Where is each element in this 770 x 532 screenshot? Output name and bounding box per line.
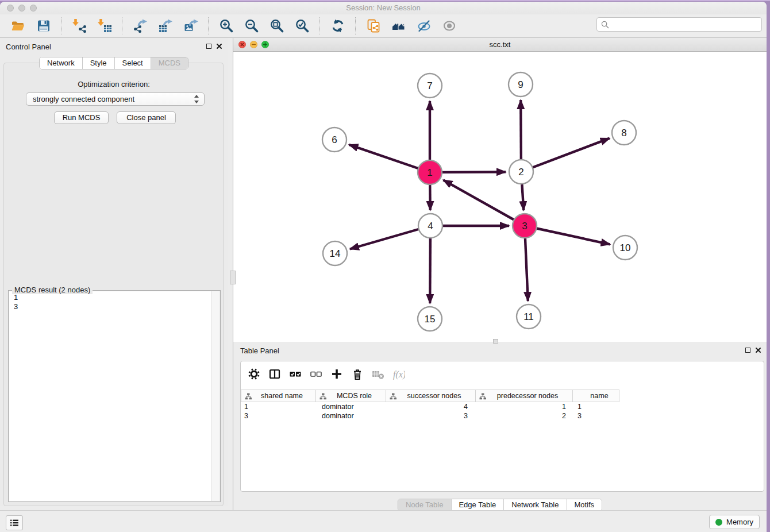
table-panel-float-icon[interactable]	[745, 348, 750, 353]
zoom-selected-icon[interactable]	[295, 18, 310, 33]
open-session-icon[interactable]	[11, 18, 26, 33]
mcds-result-textarea[interactable]: 1 3	[9, 291, 220, 501]
toolbar-separator	[61, 17, 62, 34]
table-settings-icon[interactable]	[248, 368, 260, 380]
column-header-shared-name[interactable]: shared name	[241, 390, 316, 402]
toolbar-separator	[355, 17, 356, 34]
delete-row-icon[interactable]	[351, 368, 364, 380]
graph-node-label: 14	[330, 248, 341, 259]
search-input[interactable]	[611, 18, 761, 31]
tab-node-table[interactable]: Node Table	[398, 499, 451, 511]
table-cell[interactable]: dominator	[316, 402, 386, 411]
table-row[interactable]: 1dominator411	[241, 402, 619, 411]
table-cell[interactable]: 2	[476, 411, 573, 421]
zoom-in-icon[interactable]	[219, 18, 234, 33]
table-cell[interactable]: dominator	[316, 411, 386, 421]
apply-layout-icon[interactable]	[330, 18, 345, 33]
column-header-name[interactable]: name	[573, 390, 619, 402]
tab-edge-table[interactable]: Edge Table	[451, 499, 503, 511]
main-toolbar	[0, 14, 767, 38]
zoom-fit-icon[interactable]	[270, 18, 284, 33]
select-all-icon[interactable]	[289, 368, 302, 380]
task-history-button[interactable]	[6, 515, 23, 530]
import-table-icon[interactable]	[97, 18, 112, 33]
column-header-successor-nodes[interactable]: successor nodes	[386, 390, 476, 402]
search-icon	[601, 21, 609, 29]
hide-graphics-details-icon[interactable]	[417, 18, 432, 33]
graph-node-label: 3	[522, 221, 527, 232]
tab-network-table[interactable]: Network Table	[503, 499, 566, 511]
app-window: Session: New Session Control Panel Netwo…	[0, 2, 767, 532]
network-title: scc.txt	[233, 40, 767, 49]
tab-select[interactable]: Select	[114, 57, 151, 69]
table-row[interactable]: 3dominator323	[241, 411, 619, 421]
column-header-label: shared name	[241, 390, 315, 402]
tab-mcds[interactable]: MCDS	[151, 57, 188, 69]
export-image-icon[interactable]	[183, 18, 198, 33]
search-box[interactable]	[596, 17, 762, 32]
graph-edge-1-6[interactable]	[349, 145, 430, 172]
column-header-label: MCDS role	[316, 390, 386, 402]
column-header-predecessor-nodes[interactable]: predecessor nodes	[476, 390, 573, 402]
import-network-icon[interactable]	[72, 18, 87, 33]
graph-edge-3-10[interactable]	[525, 226, 610, 244]
graph-node-label: 15	[425, 314, 436, 325]
desktop: Session: New Session Control Panel Netwo…	[0, 0, 770, 532]
add-row-icon[interactable]	[330, 368, 343, 380]
delete-table-icon	[372, 368, 384, 380]
first-neighbors-icon[interactable]	[391, 18, 406, 33]
memory-button[interactable]: Memory	[709, 515, 760, 529]
clone-network-icon[interactable]	[366, 18, 381, 33]
graph-edge-2-8[interactable]	[521, 138, 610, 172]
export-table-icon[interactable]	[158, 18, 173, 33]
table-cell[interactable]: 1	[241, 402, 316, 411]
optimization-criterion-label: Optimization criterion:	[0, 80, 228, 88]
tab-network[interactable]: Network	[40, 57, 82, 69]
memory-status-dot	[715, 519, 722, 526]
table-splitter-handle[interactable]	[493, 339, 498, 344]
svg-text:f(x): f(x)	[393, 369, 405, 380]
tab-motifs[interactable]: Motifs	[566, 499, 602, 511]
tab-style[interactable]: Style	[82, 57, 114, 69]
save-session-icon[interactable]	[36, 18, 51, 33]
toolbar-separator	[122, 17, 123, 34]
run-mcds-button[interactable]: Run MCDS	[54, 111, 109, 124]
status-bar: Memory	[0, 510, 767, 532]
panel-splitter-handle[interactable]	[230, 271, 236, 284]
deselect-all-icon[interactable]	[310, 368, 322, 380]
table-panel-title: Table Panel	[240, 346, 279, 355]
shared-column-icon	[479, 393, 486, 400]
table-cell[interactable]: 3	[386, 411, 476, 421]
table-cell[interactable]: 3	[573, 411, 619, 421]
network-graph: 1234678910111415	[233, 52, 767, 342]
mcds-result-title: MCDS result (2 nodes)	[12, 286, 93, 294]
node-table-card: f(x) shared nameMCDS rolesuccessor nodes…	[240, 361, 764, 492]
toolbar-separator	[319, 17, 321, 34]
control-panel-float-icon[interactable]	[206, 44, 211, 49]
table-cell[interactable]: 1	[476, 402, 573, 411]
graph-edge-3-1[interactable]	[444, 180, 525, 226]
select-stepper-icon	[194, 95, 199, 103]
apply-function-icon: f(x)	[392, 368, 405, 380]
network-canvas[interactable]: 1234678910111415	[233, 52, 767, 342]
mcds-result-scrollbar[interactable]	[211, 291, 220, 501]
list-icon	[9, 517, 20, 529]
column-layout-icon[interactable]	[268, 368, 281, 380]
export-network-icon[interactable]	[133, 18, 148, 33]
table-cell[interactable]: 4	[386, 402, 476, 411]
control-panel-tabbar: NetworkStyleSelectMCDS	[39, 57, 188, 70]
graph-node-label: 6	[332, 134, 337, 145]
criterion-select[interactable]: strongly connected component	[26, 92, 205, 106]
zoom-out-icon[interactable]	[244, 18, 259, 33]
column-header-MCDS-role[interactable]: MCDS role	[316, 390, 386, 402]
table-cell[interactable]: 1	[573, 402, 619, 411]
show-graphics-details-icon	[442, 18, 457, 33]
table-cell[interactable]: 3	[241, 411, 316, 421]
control-panel-close-icon[interactable]	[216, 43, 222, 49]
graph-node-label: 4	[428, 221, 433, 232]
table-panel-close-icon[interactable]	[755, 347, 761, 353]
graph-node-label: 10	[620, 242, 631, 253]
criterion-select-value: strongly connected component	[33, 95, 134, 103]
window-titlebar: Session: New Session	[0, 2, 767, 14]
close-panel-button[interactable]: Close panel	[117, 111, 176, 124]
